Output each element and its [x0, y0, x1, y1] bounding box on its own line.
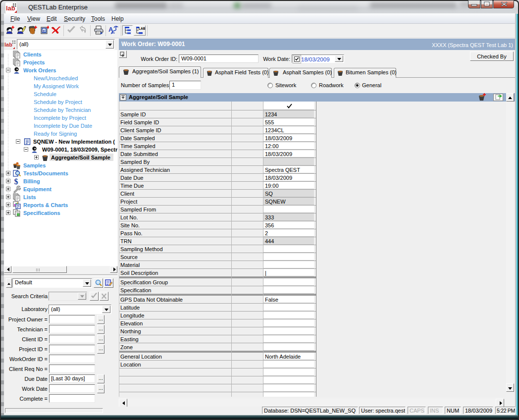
- svg-text:E: E: [43, 29, 46, 33]
- svg-text:$: $: [14, 177, 18, 185]
- svg-text:LAB: LAB: [139, 27, 145, 30]
- svg-text:lab: lab: [4, 42, 12, 48]
